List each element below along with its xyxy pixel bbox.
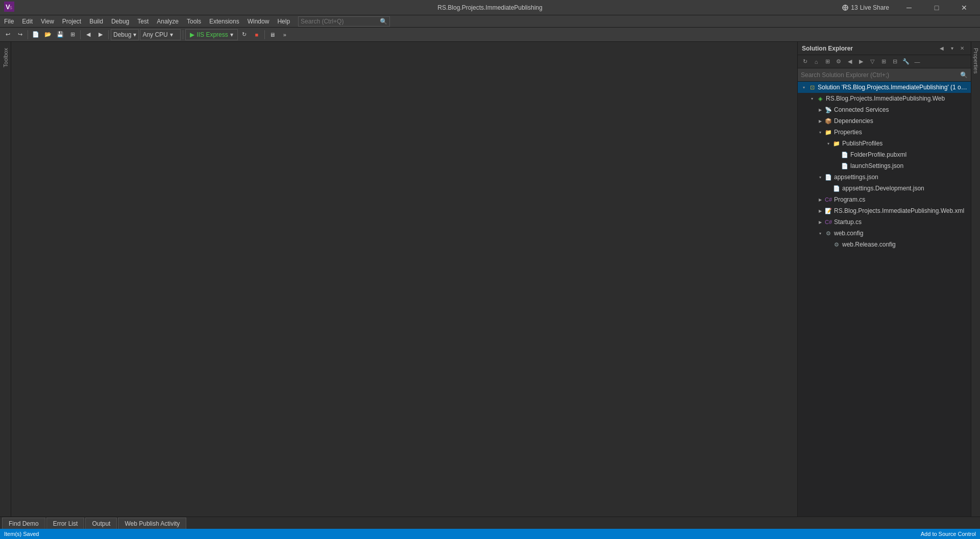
solution-explorer: Solution Explorer ◀ ▾ ✕ ↻ ⌂ ⊞ ⚙ ◀ ▶ ▽ ⊞ … — [797, 42, 971, 517]
platform-label: Any CPU — [142, 31, 167, 38]
tab-find-demo[interactable]: Find Demo — [2, 518, 45, 529]
properties-strip-label[interactable]: Properties — [973, 48, 979, 74]
more-tools-btn[interactable]: » — [279, 29, 290, 40]
se-sync-btn[interactable]: ↻ — [800, 57, 810, 67]
stop-btn[interactable]: ■ — [251, 29, 262, 40]
toolbox-panel: Toolbox — [0, 42, 11, 517]
menu-edit[interactable]: Edit — [18, 15, 37, 28]
refresh-btn[interactable]: ↻ — [239, 29, 250, 40]
se-home-btn[interactable]: ⌂ — [811, 57, 821, 67]
add-to-source-control[interactable]: Add to Source Control — [921, 531, 976, 537]
expand-connected[interactable]: ▶ — [816, 106, 824, 114]
quick-search-bar[interactable]: 🔍 — [298, 16, 390, 27]
tree-web-release-config[interactable]: ⚙ web.Release.config — [798, 239, 971, 250]
svg-text:S: S — [9, 5, 12, 10]
se-search-input[interactable] — [801, 71, 958, 79]
connected-services-icon: 📡 — [824, 106, 832, 114]
tree-appsettings[interactable]: ▾ 📄 appsettings.json — [798, 172, 971, 183]
tree-connected-services[interactable]: ▶ 📡 Connected Services — [798, 104, 971, 115]
tree-solution[interactable]: ▾ ⊡ Solution 'RS.Blog.Projects.Immediate… — [798, 82, 971, 93]
save-btn[interactable]: 💾 — [55, 29, 66, 40]
tree-startup-cs[interactable]: ▶ C# Startup.cs — [798, 216, 971, 228]
se-collapse-btn[interactable]: ⊟ — [890, 57, 900, 67]
run-dropdown-arrow: ▾ — [230, 31, 233, 38]
se-filter-btn[interactable]: ▽ — [867, 57, 877, 67]
tab-error-list[interactable]: Error List — [46, 518, 85, 529]
program-cs-label: Program.cs — [834, 196, 865, 203]
expand-project[interactable]: ▾ — [808, 94, 816, 103]
se-settings-btn[interactable]: ⚙ — [834, 57, 844, 67]
menu-test[interactable]: Test — [133, 15, 153, 28]
save-all-btn[interactable]: ⊞ — [67, 29, 78, 40]
se-toolbar-btn-5[interactable]: ◀ — [845, 57, 855, 67]
tree-launchsettings[interactable]: 📄 launchSettings.json — [798, 160, 971, 172]
redo-btn[interactable]: ↪ — [14, 29, 26, 40]
se-wrench-btn[interactable]: 🔧 — [901, 57, 911, 67]
expand-web-xml[interactable]: ▶ — [816, 207, 824, 215]
se-expand-btn[interactable]: ▾ — [947, 44, 957, 53]
web-release-config-label: web.Release.config — [842, 241, 896, 248]
expand-solution[interactable]: ▾ — [800, 83, 808, 91]
se-expand-all-btn[interactable]: ⊞ — [878, 57, 889, 67]
menu-extensions[interactable]: Extensions — [205, 15, 243, 28]
live-share-button[interactable]: 13 Live Share — [838, 3, 893, 12]
device-emulation-btn[interactable]: 🖥 — [267, 29, 278, 40]
expand-properties[interactable]: ▾ — [816, 128, 824, 136]
se-new-btn[interactable]: ⊞ — [822, 57, 832, 67]
menu-bar: File Edit View Project Build Debug Test … — [0, 15, 980, 28]
se-pin-btn[interactable]: ◀ — [937, 44, 946, 53]
tab-output[interactable]: Output — [85, 518, 117, 529]
new-file-btn[interactable]: 📄 — [30, 29, 41, 40]
restore-button[interactable]: □ — [925, 0, 948, 15]
properties-icon: 📁 — [824, 128, 832, 136]
tree-publishprofiles[interactable]: ▾ 📁 PublishProfiles — [798, 138, 971, 149]
tree-properties[interactable]: ▾ 📁 Properties — [798, 127, 971, 138]
menu-view[interactable]: View — [37, 15, 58, 28]
se-dash-btn[interactable]: — — [912, 57, 922, 67]
separator-2 — [80, 30, 81, 39]
expand-startup[interactable]: ▶ — [816, 218, 824, 226]
expand-web-config[interactable]: ▾ — [816, 229, 824, 237]
publishprofiles-icon: 📁 — [832, 139, 841, 148]
menu-file[interactable]: File — [0, 15, 18, 28]
menu-analyze[interactable]: Analyze — [153, 15, 183, 28]
tree-project[interactable]: ▾ ◈ RS.Blog.Projects.ImmediatePublishing… — [798, 93, 971, 104]
expand-appsettings[interactable]: ▾ — [816, 173, 824, 181]
tree-web-config[interactable]: ▾ ⚙ web.config — [798, 228, 971, 239]
nav-back-btn[interactable]: ◀ — [83, 29, 94, 40]
open-btn[interactable]: 📂 — [42, 29, 54, 40]
platform-dropdown[interactable]: Any CPU ▾ — [140, 29, 181, 40]
se-close-btn[interactable]: ✕ — [958, 44, 967, 53]
editor-area — [11, 42, 797, 517]
menu-build[interactable]: Build — [85, 15, 107, 28]
toolbox-label[interactable]: Toolbox — [3, 48, 9, 67]
tree-program-cs[interactable]: ▶ C# Program.cs — [798, 194, 971, 205]
se-search[interactable]: 🔍 — [798, 68, 971, 82]
expand-dependencies[interactable]: ▶ — [816, 117, 824, 125]
nav-fwd-btn[interactable]: ▶ — [95, 29, 106, 40]
tree-dependencies[interactable]: ▶ 📦 Dependencies — [798, 115, 971, 127]
program-cs-icon: C# — [824, 195, 832, 204]
menu-tools[interactable]: Tools — [183, 15, 205, 28]
tree-appsettings-dev[interactable]: 📄 appsettings.Development.json — [798, 183, 971, 194]
menu-help[interactable]: Help — [273, 15, 294, 28]
expand-program[interactable]: ▶ — [816, 195, 824, 204]
close-button[interactable]: ✕ — [952, 0, 976, 15]
properties-label: Properties — [834, 129, 862, 136]
tree-folderprofile[interactable]: 📄 FolderProfile.pubxml — [798, 149, 971, 160]
dependencies-label: Dependencies — [834, 117, 873, 125]
menu-window[interactable]: Window — [243, 15, 274, 28]
undo-btn[interactable]: ↩ — [2, 29, 13, 40]
tree-web-xml[interactable]: ▶ 📝 RS.Blog.Projects.ImmediatePublishing… — [798, 205, 971, 216]
run-button[interactable]: ▶ IIS Express ▾ — [185, 29, 237, 40]
menu-debug[interactable]: Debug — [107, 15, 133, 28]
separator-5 — [264, 30, 265, 39]
web-release-config-icon: ⚙ — [832, 240, 841, 249]
quick-search-input[interactable] — [301, 18, 380, 25]
debug-mode-dropdown[interactable]: Debug ▾ — [111, 29, 139, 40]
minimize-button[interactable]: ─ — [897, 0, 921, 15]
expand-publishprofiles[interactable]: ▾ — [824, 139, 832, 148]
tab-web-publish[interactable]: Web Publish Activity — [118, 518, 186, 529]
se-toolbar-btn-6[interactable]: ▶ — [856, 57, 866, 67]
menu-project[interactable]: Project — [58, 15, 85, 28]
